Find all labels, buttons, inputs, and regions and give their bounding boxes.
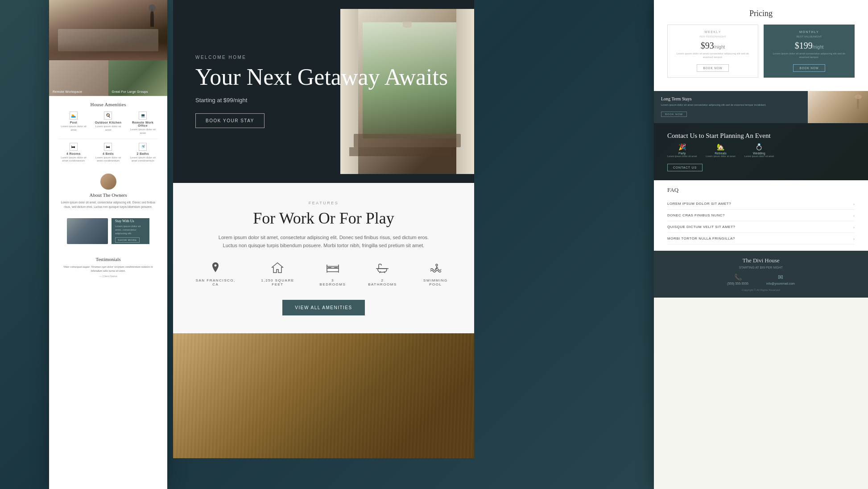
party-label: Party	[667, 152, 697, 155]
amenity-office-name: Remote Work Office	[127, 121, 158, 127]
amenity-kitchen-name: Outdoor Kitchen	[93, 121, 124, 124]
long-term-book-button[interactable]: BOOK NOW	[661, 112, 687, 117]
amenity-kitchen-desc: Lorem ipsum dolor sit amet	[93, 125, 124, 132]
book-stay-button[interactable]: BOOK YOUR STAY	[195, 113, 265, 128]
svg-point-11	[436, 264, 438, 266]
faq-item-3[interactable]: QUISQUE DICTUM VELIT SIT AMET? ›	[667, 221, 855, 233]
contact-us-button[interactable]: CONTACT US	[667, 164, 703, 171]
svg-line-8	[380, 271, 380, 273]
faq-item-1[interactable]: LOREM IPSUM DOLOR SIT AMET? ›	[667, 198, 855, 210]
hero-content: WELCOME HOME Your Next Getaway Awaits St…	[173, 55, 470, 128]
footer-subtitle: STARTING AT $99 PER NIGHT	[667, 266, 855, 269]
amenity-office: 💻 Remote Work Office Lorem ipsum dolor s…	[127, 112, 158, 135]
kitchen-icon: 🍳	[104, 112, 112, 120]
footer-email-item: ✉ info@youremail.com	[766, 274, 795, 285]
grid-label-groups: Great For Large Groups	[112, 90, 148, 93]
sqft-label: 1,250 SQUARE FEET	[258, 278, 297, 286]
right-panel: Pricing WEEKLY PER PERSON/NIGHT $93/nigh…	[654, 0, 868, 489]
pricing-card-monthly: MONTHLY BEST VALUE/NIGHT $199/night Lore…	[764, 25, 855, 78]
main-panel: WELCOME HOME Your Next Getaway Awaits St…	[173, 0, 474, 489]
long-term-image	[808, 91, 868, 123]
monthly-sublabel: BEST VALUE/NIGHT	[769, 35, 849, 38]
monthly-amount: $199/night	[769, 41, 849, 51]
stay-image	[67, 218, 108, 244]
features-section: FEATURES For Work Or For Play Lorem ipsu…	[173, 183, 474, 333]
amenity-office-desc: Lorem ipsum dolor sit amet	[127, 128, 158, 135]
amenity-pool: SWIMMING POOL	[419, 261, 452, 286]
wedding-label: Wedding	[744, 152, 774, 155]
pool-icon-main	[428, 261, 442, 275]
bed-image-inner	[49, 0, 167, 60]
about-text: Lorem ipsum dolor sit amet, consectetur …	[58, 200, 158, 209]
about-title: About The Owners	[58, 192, 158, 198]
amenity-pool-name: Pool	[58, 121, 89, 124]
amenities-sub-grid: 🛏 4 Rooms Lorem ipsum dolor sit amet con…	[58, 139, 158, 163]
office-icon: 💻	[139, 112, 147, 120]
stay-box-text: Lorem ipsum dolor sit amet, consectetur …	[115, 225, 146, 235]
monthly-desc: Lorem ipsum dolor sit amet consectetur a…	[769, 52, 849, 59]
stay-box: Stay With Us Lorem ipsum dolor sit amet,…	[112, 218, 149, 244]
amenity-kitchen: 🍳 Outdoor Kitchen Lorem ipsum dolor sit …	[93, 112, 124, 135]
stay-show-more-button[interactable]: SHOW MORE	[115, 237, 140, 243]
left-panel: Remote Workspace Great For Large Groups …	[49, 0, 167, 489]
amenity-bathrooms: 2 BATHROOMS	[368, 261, 397, 286]
features-desc: Lorem ipsum dolor sit amet, consectetur …	[212, 234, 435, 249]
amenities-section: House Amenities 🏊 Pool Lorem ipsum dolor…	[49, 96, 167, 168]
long-term-image-inner	[808, 91, 868, 123]
amenities-title: House Amenities	[58, 102, 158, 107]
contact-retreats: 🏡 Retreats Lorem ipsum dolor sit amet	[706, 143, 735, 158]
faq-item-2[interactable]: DONEC CRAS FINIBUS NUNC? ›	[667, 210, 855, 221]
footer-copyright: Copyright © All Rights Reserved	[667, 289, 855, 291]
footer-phone-item: 📞 (555) 555-5555	[727, 274, 748, 285]
footer-email: info@youremail.com	[766, 282, 795, 285]
svg-rect-4	[328, 267, 331, 268]
amenity-location: SAN FRANCISCO, CA	[195, 261, 236, 286]
bathrooms-label: 2 BATHROOMS	[368, 278, 397, 286]
monthly-book-button[interactable]: BOOK NOW	[793, 64, 826, 72]
amenity-beds-desc: Lorem ipsum dolor sit amet condimentum	[93, 156, 124, 163]
weekly-book-button[interactable]: BOOK NOW	[697, 64, 729, 72]
wedding-icon: 💍	[744, 143, 774, 151]
hero-title: Your Next Getaway Awaits	[195, 64, 448, 90]
faq-question-4: MORBI TORTOR NULLA FRINGILLA?	[667, 236, 735, 240]
long-term-section: Long Term Stays Lorem ipsum dolor sit am…	[654, 91, 868, 123]
about-section: About The Owners Lorem ipsum dolor sit a…	[49, 168, 167, 215]
phone-icon: 📞	[727, 274, 748, 281]
amenity-baths-desc: Lorem ipsum dolor sit amet condimentum	[127, 156, 158, 163]
view-amenities-button[interactable]: VIEW ALL AMENITIES	[282, 300, 364, 315]
weekly-desc: Lorem ipsum dolor sit amet consectetur a…	[673, 52, 752, 59]
pool-icon: 🏊	[70, 112, 78, 120]
retreats-icon: 🏡	[706, 143, 735, 151]
wood-texture	[173, 333, 474, 458]
stay-box-title: Stay With Us	[115, 219, 146, 223]
weekly-amount: $93/night	[673, 41, 752, 51]
faq-question-1: LOREM IPSUM DOLOR SIT AMET?	[667, 202, 731, 206]
amenity-rooms-desc: Lorem ipsum dolor sit amet condimentum	[58, 156, 89, 163]
amenity-baths: 🚿 2 Baths Lorem ipsum dolor sit amet con…	[127, 143, 158, 163]
amenity-beds: 🛏 4 Beds Lorem ipsum dolor sit amet cond…	[93, 143, 124, 163]
amenity-bedrooms: 3 BEDROOMS	[320, 261, 346, 286]
features-title: For Work Or For Play	[195, 209, 452, 228]
testimonial-text: Vitae consequat augue. Vivamus eget dolo…	[58, 265, 158, 274]
contact-wedding: 💍 Wedding Lorem ipsum dolor sit amet	[744, 143, 774, 158]
svg-rect-5	[334, 267, 338, 268]
pool-label: SWIMMING POOL	[419, 278, 452, 286]
faq-item-4[interactable]: MORBI TORTOR NULLA FRINGILLA? ›	[667, 233, 855, 244]
amenity-baths-name: 2 Baths	[127, 152, 158, 155]
amenities-grid: 🏊 Pool Lorem ipsum dolor sit amet 🍳 Outd…	[58, 112, 158, 135]
footer-title: The Divi House	[667, 257, 855, 264]
pricing-card-weekly: WEEKLY PER PERSON/NIGHT $93/night Lorem …	[667, 25, 758, 78]
testimonial-author: — Client Name	[58, 275, 158, 278]
party-desc: Lorem ipsum dolor sit amet	[667, 155, 697, 158]
svg-rect-0	[327, 268, 339, 272]
features-label: FEATURES	[195, 201, 452, 205]
weekly-sublabel: PER PERSON/NIGHT	[673, 35, 752, 38]
grid-item-workspace: Remote Workspace	[49, 60, 108, 96]
faq-question-2: DONEC CRAS FINIBUS NUNC?	[667, 213, 725, 217]
testimonials-section: Testimonials Vitae consequat augue. Viva…	[49, 251, 167, 283]
bedroom-image	[49, 0, 167, 60]
amenity-pool-desc: Lorem ipsum dolor sit amet	[58, 125, 89, 132]
baths-icon: 🚿	[139, 143, 147, 151]
bed-icon	[326, 261, 340, 275]
faq-section: FAQ LOREM IPSUM DOLOR SIT AMET? › DONEC …	[654, 180, 868, 251]
